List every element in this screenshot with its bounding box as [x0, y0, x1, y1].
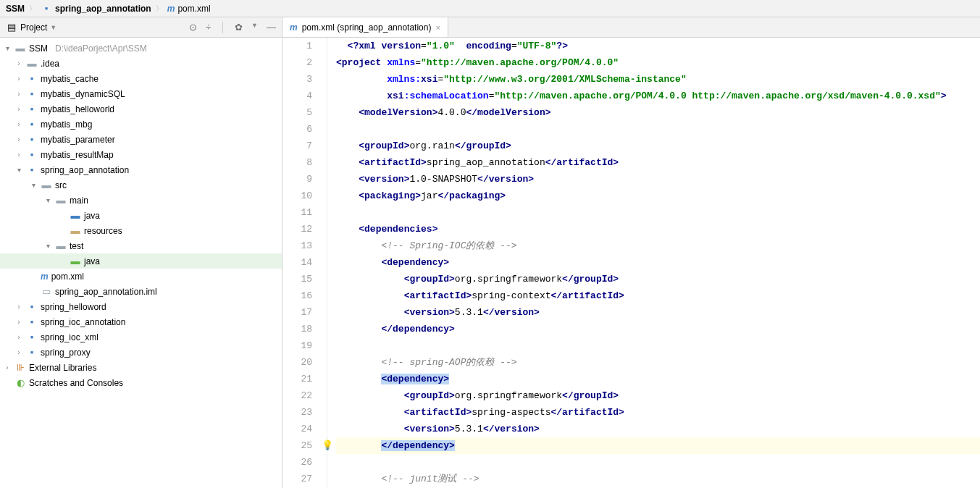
editor-tab[interactable]: m pom.xml (spring_aop_annotation) ×: [282, 17, 448, 37]
chevron-right-icon: 〉: [156, 4, 163, 14]
close-icon[interactable]: ×: [435, 23, 440, 32]
tree-root[interactable]: ▾▬SSMD:\ideaPorject\Apr\SSM: [0, 41, 282, 56]
tree-node[interactable]: ·▬resources: [0, 223, 282, 238]
code-content[interactable]: <?xml version="1.0" encoding="UTF-8"?> <…: [327, 38, 980, 488]
gutter: 1 2 3 4 5 6 7 8 9 10 11 12 13 14 15 16 1…: [282, 38, 327, 488]
module-icon: ▪: [26, 73, 38, 84]
folder-icon: ▬: [41, 180, 52, 190]
maven-icon: m: [167, 4, 175, 14]
tree-node[interactable]: ›▪mybatis_helloworld: [0, 101, 282, 117]
tree-node[interactable]: ›▪mybatis_parameter: [0, 132, 282, 147]
code-editor[interactable]: 1 2 3 4 5 6 7 8 9 10 11 12 13 14 15 16 1…: [282, 38, 980, 488]
chevron-right-icon: 〉: [29, 4, 36, 14]
module-icon: ▪: [41, 3, 52, 14]
tree-node[interactable]: ›▪spring_proxy: [0, 345, 282, 360]
tree-node[interactable]: ▾▬test: [0, 238, 282, 253]
module-icon: ▪: [26, 347, 38, 358]
collapse-icon[interactable]: ÷: [206, 22, 211, 33]
module-icon: ▪: [26, 316, 38, 327]
dropdown-icon: ▼: [251, 22, 258, 33]
tree-node[interactable]: ·▬java: [0, 208, 282, 223]
maven-icon: m: [41, 272, 49, 282]
folder-icon: ▬: [55, 195, 67, 206]
tree-node[interactable]: ›▪mybatis_dynamicSQL: [0, 86, 282, 101]
resources-folder-icon: ▬: [70, 225, 81, 236]
tree-node[interactable]: ›▪mybatis_resultMap: [0, 147, 282, 162]
tree-node[interactable]: ›▪mybatis_mbg: [0, 117, 282, 132]
tree-node-scratches[interactable]: ·◐Scratches and Consoles: [0, 375, 282, 390]
module-icon: ▪: [26, 119, 38, 130]
scratches-icon: ◐: [14, 377, 26, 388]
tree-node-libraries[interactable]: ›⊪External Libraries: [0, 360, 282, 375]
module-icon: ▪: [26, 301, 38, 312]
source-folder-icon: ▬: [70, 210, 81, 221]
module-icon: ▪: [26, 164, 38, 175]
breadcrumb-root[interactable]: SSM: [6, 4, 25, 14]
tree-node[interactable]: ›▪spring_helloword: [0, 299, 282, 314]
project-view-selector[interactable]: ▤ Project ▼: [6, 22, 189, 33]
settings-icon[interactable]: ✿: [235, 22, 243, 33]
file-icon: ▭: [41, 286, 52, 297]
tree-node[interactable]: ›▪mybatis_cache: [0, 71, 282, 86]
tree-node[interactable]: ›▬.idea: [0, 56, 282, 71]
breadcrumb-module[interactable]: ▪spring_aop_annotation: [41, 3, 151, 14]
editor-area: m pom.xml (spring_aop_annotation) × 1 2 …: [282, 17, 980, 488]
maven-icon: m: [290, 22, 298, 33]
main-split: ▤ Project ▼ ⊙ ÷ ✿ ▼ — ▾▬SSMD:\ideaPorjec…: [0, 17, 980, 488]
tree-node[interactable]: ›▪spring_ioc_xml: [0, 329, 282, 345]
folder-icon: ▬: [14, 43, 26, 54]
project-header: ▤ Project ▼ ⊙ ÷ ✿ ▼ —: [0, 17, 282, 38]
project-tool-window: ▤ Project ▼ ⊙ ÷ ✿ ▼ — ▾▬SSMD:\ideaPorjec…: [0, 17, 282, 488]
module-icon: ▪: [26, 104, 38, 114]
dropdown-icon: ▼: [50, 24, 56, 31]
tree-node[interactable]: ·▭spring_aop_annotation.iml: [0, 284, 282, 299]
tree-node[interactable]: ·▬java: [0, 253, 282, 269]
project-tree[interactable]: ▾▬SSMD:\ideaPorject\Apr\SSM ›▬.idea ›▪my…: [0, 38, 282, 488]
tree-node[interactable]: ▾▪spring_aop_annotation: [0, 162, 282, 177]
breadcrumb: SSM 〉 ▪spring_aop_annotation 〉 mpom.xml: [0, 0, 980, 17]
tree-node[interactable]: ▾▬main: [0, 193, 282, 208]
hide-icon[interactable]: —: [267, 22, 276, 33]
folder-icon: ▬: [55, 240, 67, 251]
locate-icon[interactable]: ⊙: [189, 22, 197, 33]
tree-node[interactable]: ▾▬src: [0, 177, 282, 193]
bulb-icon[interactable]: 💡: [322, 437, 333, 454]
project-icon: ▤: [6, 22, 17, 33]
editor-tabs: m pom.xml (spring_aop_annotation) ×: [282, 17, 980, 38]
tree-node-pom[interactable]: ·mpom.xml: [0, 269, 282, 284]
breadcrumb-file[interactable]: mpom.xml: [167, 4, 211, 14]
module-icon: ▪: [26, 332, 38, 342]
module-icon: ▪: [26, 149, 38, 160]
module-icon: ▪: [26, 134, 38, 145]
libraries-icon: ⊪: [14, 362, 26, 373]
folder-icon: ▬: [26, 58, 38, 69]
tree-node[interactable]: ›▪spring_ioc_annotation: [0, 314, 282, 329]
test-folder-icon: ▬: [70, 256, 81, 266]
module-icon: ▪: [26, 88, 38, 99]
